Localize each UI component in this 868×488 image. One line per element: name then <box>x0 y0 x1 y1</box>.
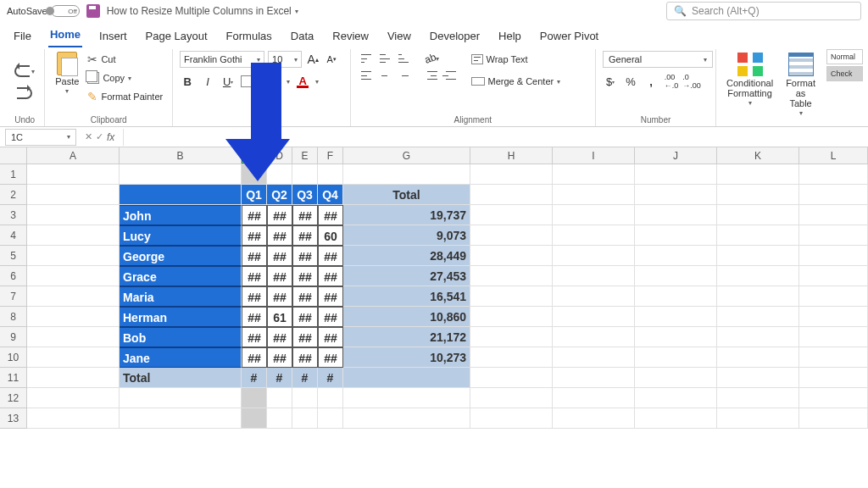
cell[interactable] <box>553 286 635 307</box>
cell[interactable]: 9,073 <box>343 225 470 246</box>
cell[interactable]: ## <box>267 327 292 347</box>
row-header-13[interactable]: 13 <box>0 408 27 429</box>
cell[interactable] <box>120 408 242 429</box>
wrap-text-button[interactable]: Wrap Text <box>471 51 561 68</box>
cell[interactable] <box>470 307 553 327</box>
cell[interactable] <box>799 388 868 408</box>
cell[interactable] <box>292 388 318 408</box>
cell[interactable]: Q4 <box>318 185 343 205</box>
search-input[interactable]: 🔍 Search (Alt+Q) <box>666 2 861 20</box>
row-header-11[interactable]: 11 <box>0 368 27 388</box>
cell[interactable]: ## <box>292 347 318 368</box>
column-header-H[interactable]: H <box>470 147 553 164</box>
cell[interactable] <box>27 225 120 246</box>
cell[interactable] <box>717 266 799 286</box>
column-header-J[interactable]: J <box>635 147 717 164</box>
cell[interactable]: ## <box>242 225 267 246</box>
cell[interactable] <box>267 388 292 408</box>
cell[interactable]: ## <box>242 266 267 286</box>
menu-tab-developer[interactable]: Developer <box>428 26 481 47</box>
cell[interactable]: 21,172 <box>343 327 470 347</box>
row-header-5[interactable]: 5 <box>0 246 27 266</box>
cell[interactable] <box>717 246 799 266</box>
row-header-6[interactable]: 6 <box>0 266 27 286</box>
align-right-button[interactable] <box>395 68 412 83</box>
underline-button[interactable]: U▾ <box>220 74 236 89</box>
menu-tab-data[interactable]: Data <box>289 26 315 47</box>
menu-tab-help[interactable]: Help <box>497 26 523 47</box>
row-header-10[interactable]: 10 <box>0 347 27 368</box>
cell[interactable] <box>27 286 120 307</box>
cell[interactable]: ## <box>292 225 318 246</box>
row-header-4[interactable]: 4 <box>0 225 27 246</box>
cell[interactable] <box>27 327 120 347</box>
align-left-button[interactable] <box>358 68 375 83</box>
cell[interactable]: ## <box>292 205 318 225</box>
cell[interactable]: Jane <box>120 347 242 368</box>
column-header-K[interactable]: K <box>717 147 799 164</box>
cell[interactable] <box>717 225 799 246</box>
cell[interactable]: 19,737 <box>343 205 470 225</box>
comma-button[interactable]: , <box>643 74 659 89</box>
cell[interactable] <box>553 164 635 185</box>
italic-button[interactable]: I <box>200 74 215 89</box>
redo-button[interactable] <box>17 84 32 99</box>
cell[interactable]: 27,453 <box>343 266 470 286</box>
cell[interactable] <box>799 164 868 185</box>
cell[interactable] <box>799 286 868 307</box>
save-icon[interactable] <box>86 4 100 18</box>
cell[interactable] <box>27 388 120 408</box>
currency-button[interactable]: $▾ <box>603 74 618 89</box>
align-bottom-button[interactable] <box>395 51 412 66</box>
cell[interactable] <box>343 408 470 429</box>
paste-button[interactable]: Paste ▾ <box>52 51 82 97</box>
menu-tab-home[interactable]: Home <box>48 25 82 47</box>
cell[interactable]: ## <box>267 205 292 225</box>
cell[interactable] <box>635 368 717 388</box>
cell[interactable]: John <box>120 205 242 225</box>
cell[interactable] <box>717 347 799 368</box>
menu-tab-power-pivot[interactable]: Power Pivot <box>538 26 600 47</box>
cell[interactable]: ## <box>292 266 318 286</box>
cell[interactable] <box>343 368 470 388</box>
align-middle-button[interactable] <box>376 51 393 66</box>
cell[interactable] <box>470 185 553 205</box>
row-header-9[interactable]: 9 <box>0 327 27 347</box>
cell[interactable] <box>318 164 343 185</box>
cell[interactable] <box>120 388 242 408</box>
cell[interactable] <box>318 408 343 429</box>
cell[interactable]: ## <box>318 266 343 286</box>
cell[interactable]: # <box>242 368 267 388</box>
cell[interactable] <box>242 388 267 408</box>
bold-button[interactable]: B <box>180 74 195 89</box>
cell[interactable] <box>120 164 242 185</box>
column-header-G[interactable]: G <box>343 147 470 164</box>
cell[interactable] <box>635 185 717 205</box>
cell[interactable]: ## <box>292 327 318 347</box>
cancel-formula-icon[interactable]: ✕ <box>85 131 92 142</box>
font-color-button[interactable]: A <box>295 74 310 89</box>
cell[interactable] <box>799 266 868 286</box>
menu-tab-insert[interactable]: Insert <box>97 26 129 47</box>
cell[interactable] <box>635 205 717 225</box>
cell[interactable]: Bob <box>120 327 242 347</box>
cell[interactable]: # <box>267 368 292 388</box>
cell[interactable]: ## <box>242 286 267 307</box>
percent-button[interactable]: % <box>623 74 638 89</box>
cell[interactable] <box>799 225 868 246</box>
cell[interactable] <box>553 246 635 266</box>
menu-tab-page-layout[interactable]: Page Layout <box>144 26 209 47</box>
cell[interactable] <box>27 164 120 185</box>
cell[interactable]: Maria <box>120 286 242 307</box>
cell[interactable] <box>717 327 799 347</box>
cell[interactable] <box>470 286 553 307</box>
column-header-L[interactable]: L <box>799 147 868 164</box>
cell[interactable]: Q1 <box>242 185 267 205</box>
cell[interactable] <box>799 205 868 225</box>
cell[interactable]: ## <box>318 347 343 368</box>
menu-tab-view[interactable]: View <box>386 26 413 47</box>
cell[interactable] <box>470 225 553 246</box>
cell[interactable]: ## <box>267 266 292 286</box>
cell[interactable] <box>267 408 292 429</box>
document-title[interactable]: How to Resize Multiple Columns in Excel … <box>107 5 298 17</box>
